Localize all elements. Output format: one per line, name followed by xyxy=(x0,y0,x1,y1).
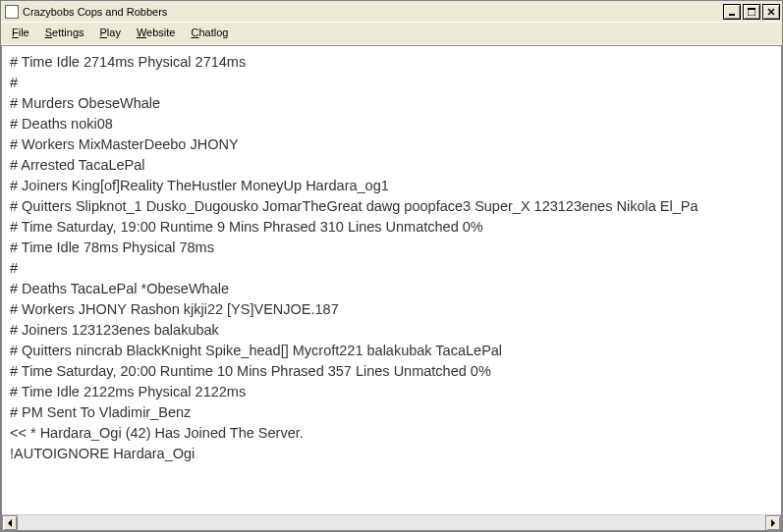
scroll-right-button[interactable] xyxy=(765,515,781,531)
content-wrapper: # Time Idle 2714ms Physical 2714ms## Mur… xyxy=(1,45,782,531)
log-line: !AUTOIGNORE Hardara_Ogi xyxy=(10,444,773,464)
log-line: # Deaths noki08 xyxy=(10,114,773,134)
log-line: # xyxy=(10,258,773,279)
scroll-track[interactable] xyxy=(18,515,765,530)
window-title: Crazybobs Cops and Robbers xyxy=(23,6,167,18)
log-line: # Quitters nincrab BlackKnight Spike_hea… xyxy=(10,341,773,361)
app-window: Crazybobs Cops and Robbers File Settings… xyxy=(0,0,783,532)
horizontal-scrollbar[interactable] xyxy=(2,514,781,530)
menubar: File Settings Play Website Chatlog xyxy=(1,23,782,45)
window-controls xyxy=(721,4,780,20)
menu-website[interactable]: Website xyxy=(130,25,183,40)
maximize-icon xyxy=(748,8,755,16)
log-line: # Time Idle 2714ms Physical 2714ms xyxy=(10,52,773,73)
scroll-left-button[interactable] xyxy=(2,515,18,531)
log-line: # Joiners King[of]Reality TheHustler Mon… xyxy=(10,176,773,196)
close-icon xyxy=(767,8,775,16)
log-line: # Time Idle 2122ms Physical 2122ms xyxy=(10,382,773,402)
log-line: # PM Sent To Vladimir_Benz xyxy=(10,402,773,423)
maximize-button[interactable] xyxy=(743,4,760,20)
minimize-button[interactable] xyxy=(723,4,741,20)
log-line: # Time Idle 78ms Physical 78ms xyxy=(10,238,773,258)
menu-file[interactable]: File xyxy=(5,25,36,40)
menu-chatlog[interactable]: Chatlog xyxy=(184,25,235,40)
minimize-icon xyxy=(728,8,736,16)
log-line: # xyxy=(10,73,773,93)
log-line: # Murders ObeseWhale xyxy=(10,93,773,114)
app-icon xyxy=(5,5,19,19)
svg-marker-6 xyxy=(771,519,775,527)
menu-play[interactable]: Play xyxy=(93,25,128,40)
log-line: # Workers JHONY Rashon kjkji22 [YS]VENJO… xyxy=(10,299,773,320)
titlebar-left: Crazybobs Cops and Robbers xyxy=(5,5,167,19)
svg-rect-0 xyxy=(729,14,735,16)
log-line: # Time Saturday, 20:00 Runtime 10 Mins P… xyxy=(10,361,773,382)
log-line: # Deaths TacaLePal *ObeseWhale xyxy=(10,279,773,299)
log-line: # Time Saturday, 19:00 Runtime 9 Mins Ph… xyxy=(10,217,773,238)
log-area[interactable]: # Time Idle 2714ms Physical 2714ms## Mur… xyxy=(2,46,781,514)
arrow-right-icon xyxy=(770,519,776,527)
arrow-left-icon xyxy=(7,519,13,527)
svg-rect-2 xyxy=(748,8,755,10)
svg-marker-5 xyxy=(8,519,12,527)
log-line: # Workers MixMasterDeebo JHONY xyxy=(10,134,773,155)
titlebar: Crazybobs Cops and Robbers xyxy=(1,1,782,23)
log-line: # Arrested TacaLePal xyxy=(10,155,773,176)
log-line: # Quitters Slipknot_1 Dusko_Dugousko Jom… xyxy=(10,196,773,217)
log-line: << * Hardara_Ogi (42) Has Joined The Ser… xyxy=(10,423,773,444)
close-button[interactable] xyxy=(762,4,780,20)
log-line: # Joiners 123123enes balakubak xyxy=(10,320,773,341)
menu-settings[interactable]: Settings xyxy=(38,25,91,40)
